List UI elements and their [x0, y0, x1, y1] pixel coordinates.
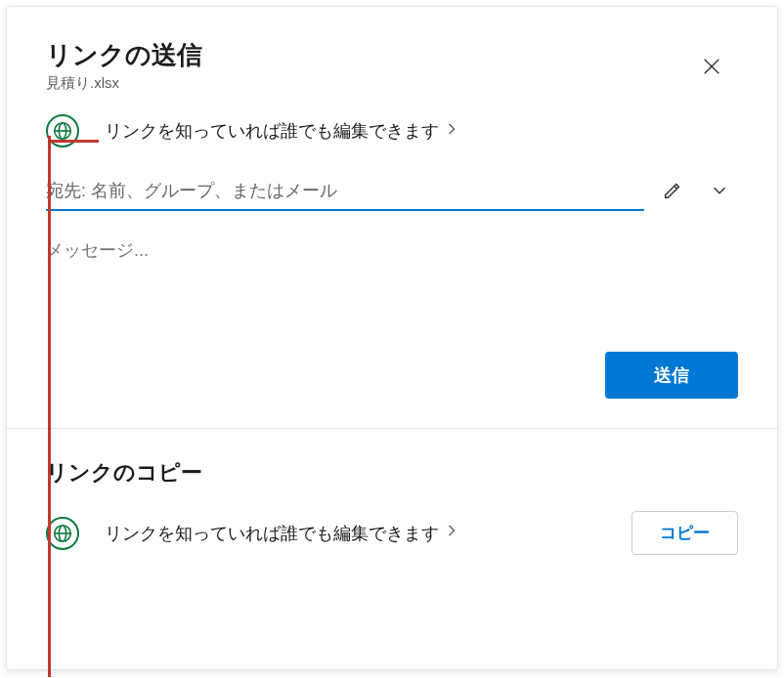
send-row: 送信 [7, 283, 777, 428]
copy-row: リンクを知っていれば誰でも編集できます コピー [46, 511, 738, 555]
message-area [46, 238, 738, 283]
chevron-down-icon [709, 190, 730, 204]
copy-button[interactable]: コピー [632, 511, 738, 555]
permission-label-row: リンクを知っていれば誰でも編集できます [105, 119, 457, 143]
send-button[interactable]: 送信 [605, 352, 738, 399]
header-title-group: リンクの送信 見積り.xlsx [46, 38, 202, 93]
dialog-title: リンクの送信 [46, 38, 202, 72]
copy-permission-label-row: リンクを知っていれば誰でも編集できます [105, 522, 457, 545]
annotation-horizontal-line [48, 140, 99, 143]
copy-permission-selector[interactable]: リンクを知っていれば誰でも編集できます [46, 517, 457, 550]
dialog-subtitle: 見積り.xlsx [46, 74, 202, 93]
annotation-vertical-line [48, 136, 51, 677]
send-link-dialog: リンクの送信 見積り.xlsx リンクを知っていれば誰でも編集できます [6, 6, 778, 670]
pencil-icon [662, 190, 683, 204]
chevron-right-icon [447, 523, 457, 543]
close-button[interactable] [697, 52, 726, 84]
svg-line-5 [675, 186, 677, 189]
recipient-input[interactable] [46, 173, 644, 211]
globe-icon [46, 517, 79, 550]
expand-button[interactable] [701, 174, 738, 210]
copy-section-title: リンクのコピー [46, 458, 738, 487]
chevron-right-icon [447, 121, 457, 142]
close-icon [701, 65, 722, 80]
dialog-header: リンクの送信 見積り.xlsx [7, 7, 777, 101]
copy-link-section: リンクのコピー リンクを知っていれば誰でも編集できます [7, 429, 777, 584]
permission-selector[interactable]: リンクを知っていれば誰でも編集できます [7, 101, 777, 151]
recipient-row [46, 173, 738, 211]
permission-label: リンクを知っていれば誰でも編集できます [105, 119, 439, 143]
edit-button[interactable] [654, 174, 691, 210]
copy-permission-label: リンクを知っていれば誰でも編集できます [105, 522, 439, 545]
message-input[interactable] [46, 238, 738, 279]
